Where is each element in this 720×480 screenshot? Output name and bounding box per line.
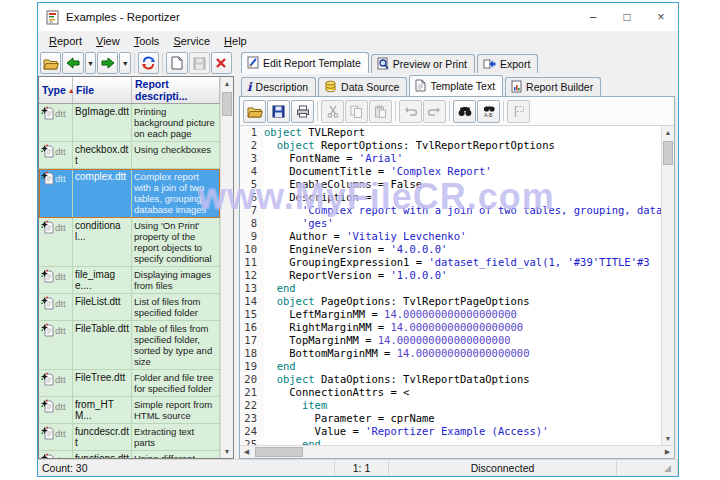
tab-preview-or-print[interactable]: Preview or Print [371,54,475,73]
file-grid-row[interactable]: dtt from_HTM... Simple report from HTML … [39,397,220,424]
editor-horizontal-scrollbar[interactable]: ◀ ▶ [240,445,674,458]
back-history-button[interactable]: ▼ [85,52,97,74]
code-area[interactable]: 1 object TVLReport 2 object ReportOption… [240,126,661,445]
tab-template-text[interactable]: Template Text [409,75,503,96]
line-number: 14 [240,295,264,308]
line-number: 21 [240,386,264,399]
tab-report-builder[interactable]: Report Builder [505,77,601,96]
file-grid-row[interactable]: dtt checkbox.dtt Using checkboxes [39,142,220,169]
folder-open-icon [43,57,59,70]
app-window: Examples - Reportizer – □ × ReportViewTo… [37,2,679,477]
scrollbar-thumb[interactable] [663,141,673,165]
dtt-file-icon [41,372,54,386]
back-button[interactable] [62,52,83,74]
file-grid-row[interactable]: dtt functions.dtt Using different functi… [39,451,220,458]
file-grid-row[interactable]: dtt FileList.dtt List of files from spec… [39,294,220,321]
scroll-left-icon[interactable]: ◀ [240,446,253,458]
delete-report-button[interactable] [211,52,232,74]
forward-button[interactable] [97,52,118,74]
find-button[interactable] [453,100,476,123]
editor-print-button[interactable] [291,100,314,123]
code-line: 13 end [240,282,661,295]
file-name-cell: functions.dtt [73,451,132,458]
code-text: 'ges' [264,217,661,230]
scroll-down-icon[interactable]: ▼ [221,445,233,458]
close-button[interactable]: × [644,3,678,31]
code-text: BottomMarginMM = 14.000000000000000000 [264,347,661,360]
replace-button[interactable]: A-B [477,100,500,123]
column-header-description[interactable]: Report descripti... [132,77,220,103]
menu-service[interactable]: Service [166,33,217,49]
code-text: 'Complex report with a join of two table… [264,204,661,217]
column-header-type[interactable]: Type ▲ [39,77,73,103]
code-text: Author = 'Vitaliy Levchenko' [264,230,661,243]
file-grid-row[interactable]: dtt FileTree.dtt Folder and file tree fo… [39,370,220,397]
maximize-button[interactable]: □ [610,3,644,31]
file-grid-row[interactable]: dtt file_image.... Displaying images fro… [39,267,220,294]
file-type-label: dtt [55,453,66,458]
toolbar-separator [317,101,318,121]
menu-tools[interactable]: Tools [127,33,167,49]
code-text: end [264,282,661,295]
scrollbar-thumb[interactable] [222,92,232,116]
minimize-button[interactable]: – [576,3,610,31]
scroll-up-icon[interactable]: ▲ [662,126,674,139]
new-report-button[interactable] [166,52,187,74]
column-header-file[interactable]: File [73,77,132,103]
template-text-editor: A-B 1 object TVLReport 2 object ReportOp… [239,96,675,459]
tab-description[interactable]: i Description [241,77,316,96]
file-grid-row[interactable]: dtt BgImage.dtt Printing background pict… [39,104,220,142]
line-number: 19 [240,360,264,373]
file-name-cell: file_image.... [73,267,132,293]
scroll-down-icon[interactable]: ▼ [662,432,674,445]
tab-data-source[interactable]: Data Source [318,77,407,96]
menu-view[interactable]: View [89,33,127,49]
code-text: item [264,399,661,412]
dtt-file-icon [41,453,54,458]
paste-button[interactable] [369,100,392,123]
line-number: 5 [240,178,264,191]
replace-icon: A-B [482,105,496,118]
undo-button[interactable] [399,100,422,123]
refresh-button[interactable] [138,52,159,74]
file-name-cell: FileTree.dtt [73,370,132,396]
code-line: 11 GroupingExpression1 = 'dataset_field_… [240,256,661,269]
code-text: ReportVersion = '1.0.0.0' [264,269,661,282]
scroll-up-icon[interactable]: ▲ [221,77,233,90]
copy-button[interactable] [345,100,368,123]
editor-vertical-scrollbar[interactable]: ▲ ▼ [661,126,674,445]
file-grid-row[interactable]: dtt complex.dtt Complex report with a jo… [39,169,220,218]
resize-grip-icon[interactable]: ◢ [664,463,673,473]
file-grid-row[interactable]: dtt funcdescr.dtt Extracting text parts [39,424,220,451]
scrollbar-thumb[interactable] [255,447,303,457]
file-name-cell: FileList.dtt [73,294,132,320]
file-grid-vertical-scrollbar[interactable]: ▲ ▼ [220,77,233,458]
redo-button[interactable] [423,100,446,123]
open-report-button[interactable] [40,52,61,74]
export-icon [483,58,496,70]
dtt-file-icon [41,106,54,120]
file-description-cell: Extracting text parts [132,424,220,450]
file-type-cell: dtt [39,294,73,320]
file-name-cell: conditional... [73,218,132,266]
file-grid-row[interactable]: dtt FileTable.dtt Table of files from sp… [39,321,220,370]
editor-open-button[interactable] [243,100,266,123]
tab-export[interactable]: Export [477,54,538,73]
scroll-right-icon[interactable]: ▶ [661,446,674,458]
bookmark-flag-button[interactable] [507,100,530,123]
forward-history-button[interactable]: ▼ [119,52,131,74]
cut-button[interactable] [321,100,344,123]
toolbar-separator [395,101,396,121]
file-grid-row[interactable]: dtt conditional... Using 'On Print' prop… [39,218,220,267]
tab-edit-report-template[interactable]: Edit Report Template [241,52,369,73]
file-description-cell: Using 'On Print' property of the report … [132,218,220,266]
code-text: GroupingExpression1 = 'dataset_field_val… [264,256,661,269]
dtt-file-icon [41,426,54,440]
line-number: 4 [240,165,264,178]
menu-help[interactable]: Help [217,33,254,49]
line-number: 22 [240,399,264,412]
editor-save-button[interactable] [267,100,290,123]
save-report-button[interactable] [189,52,210,74]
file-type-cell: dtt [39,424,73,450]
menu-report[interactable]: Report [42,33,89,49]
